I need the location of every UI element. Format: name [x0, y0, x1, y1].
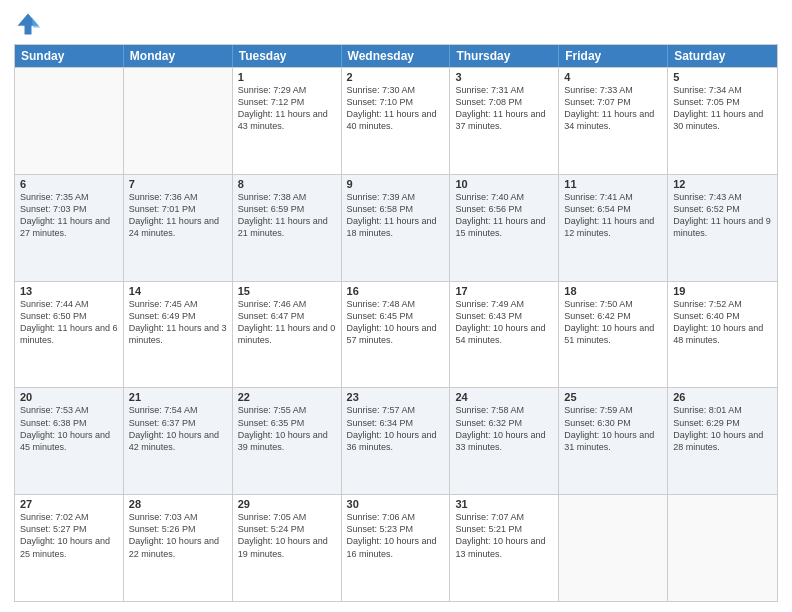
day-cell-17: 17Sunrise: 7:49 AM Sunset: 6:43 PM Dayli…	[450, 282, 559, 388]
day-cell-29: 29Sunrise: 7:05 AM Sunset: 5:24 PM Dayli…	[233, 495, 342, 601]
day-number: 2	[347, 71, 445, 83]
day-info: Sunrise: 7:55 AM Sunset: 6:35 PM Dayligh…	[238, 404, 336, 453]
calendar-header: SundayMondayTuesdayWednesdayThursdayFrid…	[15, 45, 777, 67]
day-info: Sunrise: 7:39 AM Sunset: 6:58 PM Dayligh…	[347, 191, 445, 240]
day-cell-18: 18Sunrise: 7:50 AM Sunset: 6:42 PM Dayli…	[559, 282, 668, 388]
day-cell-31: 31Sunrise: 7:07 AM Sunset: 5:21 PM Dayli…	[450, 495, 559, 601]
day-info: Sunrise: 7:45 AM Sunset: 6:49 PM Dayligh…	[129, 298, 227, 347]
day-cell-25: 25Sunrise: 7:59 AM Sunset: 6:30 PM Dayli…	[559, 388, 668, 494]
day-info: Sunrise: 7:57 AM Sunset: 6:34 PM Dayligh…	[347, 404, 445, 453]
day-cell-21: 21Sunrise: 7:54 AM Sunset: 6:37 PM Dayli…	[124, 388, 233, 494]
calendar-row-2: 13Sunrise: 7:44 AM Sunset: 6:50 PM Dayli…	[15, 281, 777, 388]
day-info: Sunrise: 7:03 AM Sunset: 5:26 PM Dayligh…	[129, 511, 227, 560]
day-number: 7	[129, 178, 227, 190]
day-number: 19	[673, 285, 772, 297]
day-cell-12: 12Sunrise: 7:43 AM Sunset: 6:52 PM Dayli…	[668, 175, 777, 281]
logo	[14, 10, 46, 38]
day-cell-3: 3Sunrise: 7:31 AM Sunset: 7:08 PM Daylig…	[450, 68, 559, 174]
day-info: Sunrise: 7:48 AM Sunset: 6:45 PM Dayligh…	[347, 298, 445, 347]
day-cell-5: 5Sunrise: 7:34 AM Sunset: 7:05 PM Daylig…	[668, 68, 777, 174]
day-number: 22	[238, 391, 336, 403]
day-number: 1	[238, 71, 336, 83]
day-info: Sunrise: 7:52 AM Sunset: 6:40 PM Dayligh…	[673, 298, 772, 347]
day-number: 26	[673, 391, 772, 403]
weekday-header-sunday: Sunday	[15, 45, 124, 67]
weekday-header-saturday: Saturday	[668, 45, 777, 67]
calendar: SundayMondayTuesdayWednesdayThursdayFrid…	[14, 44, 778, 602]
day-number: 9	[347, 178, 445, 190]
day-number: 6	[20, 178, 118, 190]
day-number: 17	[455, 285, 553, 297]
day-info: Sunrise: 7:05 AM Sunset: 5:24 PM Dayligh…	[238, 511, 336, 560]
day-number: 25	[564, 391, 662, 403]
day-number: 28	[129, 498, 227, 510]
day-cell-14: 14Sunrise: 7:45 AM Sunset: 6:49 PM Dayli…	[124, 282, 233, 388]
day-number: 20	[20, 391, 118, 403]
day-number: 3	[455, 71, 553, 83]
day-info: Sunrise: 7:07 AM Sunset: 5:21 PM Dayligh…	[455, 511, 553, 560]
day-info: Sunrise: 7:29 AM Sunset: 7:12 PM Dayligh…	[238, 84, 336, 133]
day-number: 27	[20, 498, 118, 510]
day-number: 16	[347, 285, 445, 297]
day-info: Sunrise: 7:58 AM Sunset: 6:32 PM Dayligh…	[455, 404, 553, 453]
day-number: 10	[455, 178, 553, 190]
day-cell-22: 22Sunrise: 7:55 AM Sunset: 6:35 PM Dayli…	[233, 388, 342, 494]
logo-icon	[14, 10, 42, 38]
calendar-row-0: 1Sunrise: 7:29 AM Sunset: 7:12 PM Daylig…	[15, 67, 777, 174]
day-number: 4	[564, 71, 662, 83]
day-number: 15	[238, 285, 336, 297]
day-cell-9: 9Sunrise: 7:39 AM Sunset: 6:58 PM Daylig…	[342, 175, 451, 281]
day-cell-30: 30Sunrise: 7:06 AM Sunset: 5:23 PM Dayli…	[342, 495, 451, 601]
day-info: Sunrise: 7:06 AM Sunset: 5:23 PM Dayligh…	[347, 511, 445, 560]
weekday-header-friday: Friday	[559, 45, 668, 67]
day-info: Sunrise: 7:59 AM Sunset: 6:30 PM Dayligh…	[564, 404, 662, 453]
day-info: Sunrise: 7:34 AM Sunset: 7:05 PM Dayligh…	[673, 84, 772, 133]
day-cell-20: 20Sunrise: 7:53 AM Sunset: 6:38 PM Dayli…	[15, 388, 124, 494]
day-cell-8: 8Sunrise: 7:38 AM Sunset: 6:59 PM Daylig…	[233, 175, 342, 281]
day-info: Sunrise: 7:53 AM Sunset: 6:38 PM Dayligh…	[20, 404, 118, 453]
day-number: 24	[455, 391, 553, 403]
calendar-row-1: 6Sunrise: 7:35 AM Sunset: 7:03 PM Daylig…	[15, 174, 777, 281]
weekday-header-monday: Monday	[124, 45, 233, 67]
day-info: Sunrise: 7:46 AM Sunset: 6:47 PM Dayligh…	[238, 298, 336, 347]
day-info: Sunrise: 7:36 AM Sunset: 7:01 PM Dayligh…	[129, 191, 227, 240]
day-number: 14	[129, 285, 227, 297]
weekday-header-wednesday: Wednesday	[342, 45, 451, 67]
page: SundayMondayTuesdayWednesdayThursdayFrid…	[0, 0, 792, 612]
day-info: Sunrise: 7:43 AM Sunset: 6:52 PM Dayligh…	[673, 191, 772, 240]
day-cell-23: 23Sunrise: 7:57 AM Sunset: 6:34 PM Dayli…	[342, 388, 451, 494]
day-info: Sunrise: 7:33 AM Sunset: 7:07 PM Dayligh…	[564, 84, 662, 133]
day-cell-28: 28Sunrise: 7:03 AM Sunset: 5:26 PM Dayli…	[124, 495, 233, 601]
svg-marker-1	[32, 17, 41, 28]
calendar-body: 1Sunrise: 7:29 AM Sunset: 7:12 PM Daylig…	[15, 67, 777, 601]
day-cell-6: 6Sunrise: 7:35 AM Sunset: 7:03 PM Daylig…	[15, 175, 124, 281]
day-number: 29	[238, 498, 336, 510]
day-cell-11: 11Sunrise: 7:41 AM Sunset: 6:54 PM Dayli…	[559, 175, 668, 281]
day-info: Sunrise: 7:02 AM Sunset: 5:27 PM Dayligh…	[20, 511, 118, 560]
weekday-header-tuesday: Tuesday	[233, 45, 342, 67]
day-cell-19: 19Sunrise: 7:52 AM Sunset: 6:40 PM Dayli…	[668, 282, 777, 388]
empty-cell	[15, 68, 124, 174]
day-info: Sunrise: 7:40 AM Sunset: 6:56 PM Dayligh…	[455, 191, 553, 240]
day-cell-27: 27Sunrise: 7:02 AM Sunset: 5:27 PM Dayli…	[15, 495, 124, 601]
day-number: 8	[238, 178, 336, 190]
day-info: Sunrise: 7:54 AM Sunset: 6:37 PM Dayligh…	[129, 404, 227, 453]
day-cell-4: 4Sunrise: 7:33 AM Sunset: 7:07 PM Daylig…	[559, 68, 668, 174]
day-info: Sunrise: 7:38 AM Sunset: 6:59 PM Dayligh…	[238, 191, 336, 240]
day-info: Sunrise: 7:50 AM Sunset: 6:42 PM Dayligh…	[564, 298, 662, 347]
empty-cell	[559, 495, 668, 601]
day-number: 11	[564, 178, 662, 190]
empty-cell	[668, 495, 777, 601]
day-cell-24: 24Sunrise: 7:58 AM Sunset: 6:32 PM Dayli…	[450, 388, 559, 494]
day-info: Sunrise: 7:41 AM Sunset: 6:54 PM Dayligh…	[564, 191, 662, 240]
calendar-row-4: 27Sunrise: 7:02 AM Sunset: 5:27 PM Dayli…	[15, 494, 777, 601]
day-cell-2: 2Sunrise: 7:30 AM Sunset: 7:10 PM Daylig…	[342, 68, 451, 174]
weekday-header-thursday: Thursday	[450, 45, 559, 67]
calendar-row-3: 20Sunrise: 7:53 AM Sunset: 6:38 PM Dayli…	[15, 387, 777, 494]
day-number: 30	[347, 498, 445, 510]
day-info: Sunrise: 7:44 AM Sunset: 6:50 PM Dayligh…	[20, 298, 118, 347]
day-info: Sunrise: 7:31 AM Sunset: 7:08 PM Dayligh…	[455, 84, 553, 133]
day-number: 31	[455, 498, 553, 510]
day-number: 5	[673, 71, 772, 83]
day-cell-7: 7Sunrise: 7:36 AM Sunset: 7:01 PM Daylig…	[124, 175, 233, 281]
